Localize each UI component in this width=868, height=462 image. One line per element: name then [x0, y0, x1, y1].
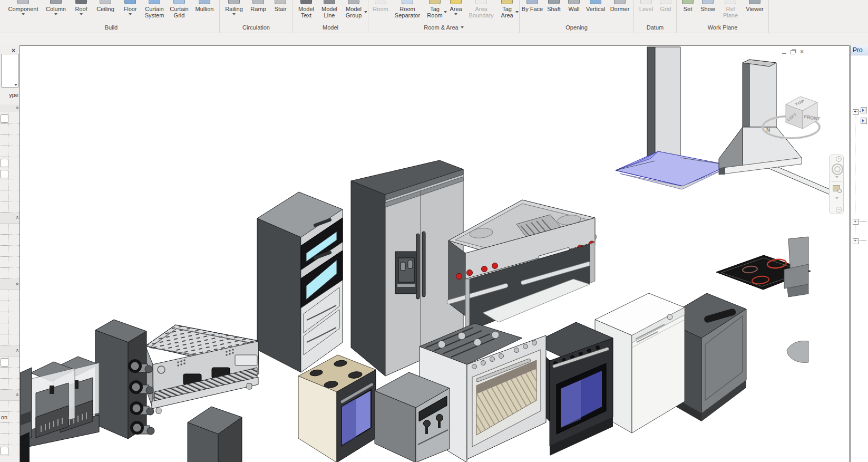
steering-wheel-icon[interactable]	[832, 163, 843, 175]
ribbon-button-ceiling[interactable]: Ceiling	[92, 0, 119, 12]
drawing-area[interactable]: ×	[19, 45, 850, 462]
ribbon-button-model-text[interactable]: Model Text	[295, 0, 318, 18]
property-row[interactable]	[0, 124, 19, 135]
ribbon-button-show[interactable]: Show	[697, 0, 718, 12]
3d-view[interactable]: N TOP LEFT FRONT	[20, 46, 849, 462]
ribbon-button-railing[interactable]: Railing	[221, 0, 247, 15]
fridge-handle-left[interactable]	[416, 234, 420, 299]
property-row[interactable]	[0, 235, 19, 246]
property-row[interactable]	[0, 135, 19, 146]
property-section-header[interactable]: »	[0, 213, 19, 224]
island-range-hood[interactable]	[616, 47, 729, 189]
collapse-chevron-icon: »	[14, 216, 18, 219]
property-row[interactable]	[0, 434, 19, 445]
ribbon-button-set[interactable]: Set	[678, 0, 697, 12]
property-value-field[interactable]	[1, 358, 8, 367]
edit-type-label[interactable]: ype	[9, 92, 18, 98]
navbar-close-icon[interactable]: ×	[836, 156, 842, 162]
property-row[interactable]	[0, 334, 19, 345]
property-value-field[interactable]	[1, 447, 8, 455]
property-row[interactable]	[0, 401, 19, 412]
ribbon-button-column[interactable]: Column	[42, 0, 70, 15]
project-browser-title[interactable]: Pro	[851, 45, 868, 55]
grinder-column[interactable]	[95, 320, 154, 439]
fridge-handle-right[interactable]	[422, 232, 425, 297]
property-row[interactable]	[0, 290, 19, 301]
wall-oven-tower[interactable]	[257, 192, 343, 372]
property-row[interactable]	[0, 357, 19, 368]
property-value-field[interactable]	[1, 114, 8, 123]
navbar-minimize-icon[interactable]: –	[836, 207, 842, 213]
compass-north-label[interactable]: N	[766, 127, 770, 133]
ribbon-button-tag-room[interactable]: Tag Room	[424, 0, 446, 18]
ribbon-button-curtain-grid[interactable]: Curtain Grid	[167, 0, 191, 18]
property-row[interactable]	[0, 113, 19, 124]
ribbon-button-wall[interactable]: Wall	[564, 0, 583, 12]
tree-mini-button[interactable]	[861, 107, 867, 113]
ribbon-button-tag-area[interactable]: Tag Area	[496, 0, 518, 18]
ribbon-button-curtain-system[interactable]: Curtain System	[142, 0, 167, 18]
property-row[interactable]	[0, 445, 19, 456]
commercial-range[interactable]	[446, 200, 597, 331]
ribbon-button-shaft[interactable]: Shaft	[543, 0, 564, 12]
ribbon-button-room-separator[interactable]: Room Separator	[391, 0, 424, 18]
view-close-button[interactable]: ×	[798, 49, 805, 55]
property-row[interactable]	[0, 146, 19, 157]
property-row[interactable]	[0, 179, 19, 190]
property-row[interactable]	[0, 168, 19, 179]
project-browser-tree[interactable]	[851, 55, 868, 462]
espresso-machine[interactable]	[145, 325, 259, 413]
property-value-field[interactable]	[1, 159, 8, 167]
ribbon-button-dormer[interactable]: Dormer	[608, 0, 632, 12]
property-row[interactable]	[0, 379, 19, 390]
juice-dispensers[interactable]	[28, 357, 99, 447]
ribbon-button-area[interactable]: Area	[446, 0, 466, 15]
ribbon-button-by-face[interactable]: By Face	[521, 0, 543, 12]
property-row[interactable]	[0, 423, 19, 434]
property-section-header[interactable]: »	[0, 390, 19, 401]
panel-label-room-area[interactable]: Room & Area	[370, 24, 518, 33]
collapse-section-button[interactable]: »	[0, 104, 19, 112]
property-row[interactable]	[0, 224, 19, 235]
property-row[interactable]	[0, 190, 19, 201]
property-section-header[interactable]: »	[0, 279, 19, 290]
property-row[interactable]	[0, 246, 19, 257]
gray-oval-object[interactable]	[787, 341, 808, 362]
ribbon-button-model-line[interactable]: Model Line	[318, 0, 341, 18]
small-espresso-machine[interactable]	[375, 372, 450, 462]
view-minimize-button[interactable]	[781, 49, 787, 55]
property-value-field[interactable]	[1, 170, 8, 178]
tree-mini-button[interactable]	[861, 118, 867, 124]
property-section-header[interactable]: »	[0, 345, 19, 357]
property-row[interactable]	[0, 323, 19, 334]
dishwasher-dial[interactable]	[667, 314, 672, 320]
ribbon-button-mullion[interactable]: Mullion	[191, 0, 218, 12]
property-row[interactable]: on	[0, 412, 19, 423]
property-row[interactable]	[0, 157, 19, 168]
property-row[interactable]	[0, 268, 19, 279]
wheel-dropdown-icon[interactable]	[835, 176, 838, 178]
zoom-icon[interactable]	[833, 185, 840, 191]
type-selector[interactable]	[1, 54, 19, 88]
view-restore-button[interactable]	[789, 49, 796, 55]
ribbon-button-stair[interactable]: Stair	[270, 0, 291, 12]
property-row[interactable]	[0, 368, 19, 379]
properties-close-button[interactable]: ×	[12, 47, 15, 54]
property-row[interactable]	[0, 201, 19, 213]
zoom-dropdown-icon[interactable]	[835, 197, 838, 199]
dark-cube[interactable]	[188, 407, 242, 462]
ribbon-button-floor[interactable]: Floor	[119, 0, 142, 15]
ribbon-button-vertical[interactable]: Vertical	[583, 0, 608, 12]
property-row[interactable]	[0, 301, 19, 312]
ribbon-button-roof[interactable]: Roof	[70, 0, 92, 15]
beige-range[interactable]	[298, 355, 376, 462]
ribbon-button-model-group[interactable]: Model Group	[341, 0, 366, 18]
property-row[interactable]	[0, 312, 19, 323]
properties-grid[interactable]: »»»»on	[0, 113, 19, 456]
ribbon-button-ramp[interactable]: Ramp	[247, 0, 270, 12]
ribbon-button-viewer[interactable]: Viewer	[743, 0, 767, 12]
navigation-bar[interactable]: × –	[829, 155, 844, 214]
property-row[interactable]	[0, 257, 19, 268]
dark-appliance-sliver[interactable]	[20, 368, 32, 462]
ribbon-button-component[interactable]: Component	[5, 0, 42, 15]
